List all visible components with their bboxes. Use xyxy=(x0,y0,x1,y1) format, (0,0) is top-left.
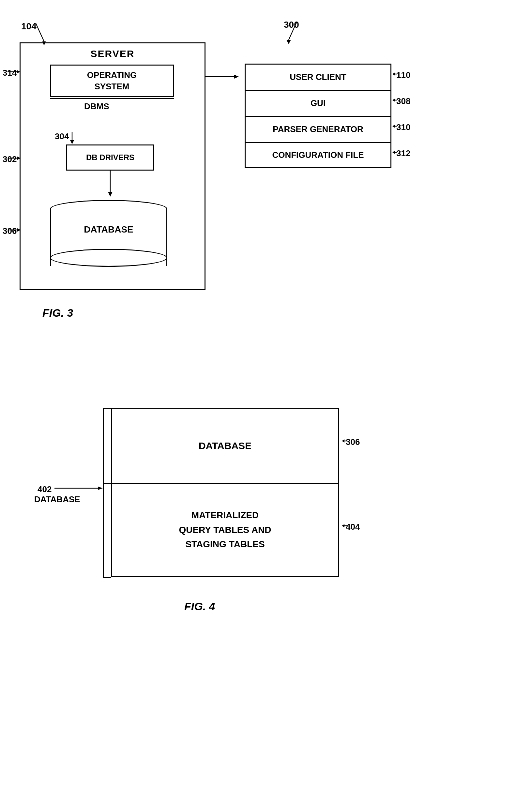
user-client-label: USER CLIENT xyxy=(290,72,346,82)
svg-line-2 xyxy=(289,22,297,40)
dbdrivers-db-arrow xyxy=(106,171,115,200)
cyl-bottom xyxy=(50,249,167,267)
dbms-label: DBMS xyxy=(84,101,109,112)
bracket-top-tick xyxy=(103,408,111,409)
ref-312-arrow xyxy=(393,149,399,156)
ref-404-arrow xyxy=(342,522,348,529)
ref-308-arrow xyxy=(393,97,399,103)
server-label: SERVER xyxy=(21,48,205,59)
ref-302-arrow xyxy=(7,153,23,163)
fig4-mqt-box: MATERIALIZEDQUERY TABLES ANDSTAGING TABL… xyxy=(111,483,339,577)
svg-marker-11 xyxy=(108,192,113,197)
page: 104 300 SERVER 314 OPERATINGSYSTEM DBMS … xyxy=(0,0,532,801)
os-client-arrow xyxy=(206,70,245,83)
ref-310-arrow xyxy=(393,123,399,130)
svg-marker-21 xyxy=(393,125,395,128)
config-file-label: CONFIGURATION FILE xyxy=(272,150,364,160)
server-box: SERVER 314 OPERATINGSYSTEM DBMS 302 304 xyxy=(20,42,206,290)
db-label: DATABASE xyxy=(50,224,167,235)
config-file-box: CONFIGURATION FILE xyxy=(245,142,392,168)
os-box: OPERATINGSYSTEM xyxy=(50,64,174,97)
bracket-mid-tick xyxy=(103,483,111,484)
ref-402-db-text: DATABASE xyxy=(34,494,80,504)
svg-marker-29 xyxy=(98,487,103,490)
bracket-bottom-tick xyxy=(103,577,111,578)
parser-generator-box: PARSER GENERATOR xyxy=(245,116,392,142)
fig4-mqt-label: MATERIALIZEDQUERY TABLES ANDSTAGING TABL… xyxy=(179,508,271,552)
fig4-database-box: DATABASE xyxy=(111,408,339,483)
gui-label: GUI xyxy=(310,98,325,108)
fig4-database-label: DATABASE xyxy=(198,440,251,451)
svg-marker-17 xyxy=(393,72,395,76)
ref-300-arrow xyxy=(274,19,307,45)
ref-402-arrow xyxy=(55,485,105,492)
svg-marker-27 xyxy=(342,524,344,527)
svg-marker-15 xyxy=(234,75,239,79)
svg-marker-5 xyxy=(17,70,20,73)
ref-314-arrow xyxy=(6,67,24,77)
svg-marker-3 xyxy=(286,40,291,44)
ref-304-arrow xyxy=(65,131,79,145)
fig4-caption: FIG. 4 xyxy=(184,600,215,613)
user-client-box: USER CLIENT xyxy=(245,63,392,90)
svg-marker-9 xyxy=(70,140,74,144)
ref-402-label: 402 xyxy=(38,484,52,494)
dbms-separator xyxy=(50,98,174,99)
svg-line-0 xyxy=(36,23,44,41)
ref-306-arrow xyxy=(7,225,23,235)
svg-marker-7 xyxy=(17,156,21,160)
gui-box: GUI xyxy=(245,90,392,116)
dbdrivers-label: DB DRIVERS xyxy=(86,153,134,162)
os-label: OPERATINGSYSTEM xyxy=(87,70,137,92)
ref-110-arrow xyxy=(393,71,399,77)
fig3-caption: FIG. 3 xyxy=(42,307,73,319)
svg-marker-13 xyxy=(17,228,21,232)
svg-marker-19 xyxy=(393,98,395,102)
svg-marker-23 xyxy=(393,151,395,154)
ref-306-fig4-arrow xyxy=(342,438,348,444)
svg-marker-25 xyxy=(342,439,344,443)
dbdrivers-box: DB DRIVERS xyxy=(66,145,154,171)
parser-generator-label: PARSER GENERATOR xyxy=(273,124,363,134)
bracket-vertical xyxy=(103,408,104,577)
